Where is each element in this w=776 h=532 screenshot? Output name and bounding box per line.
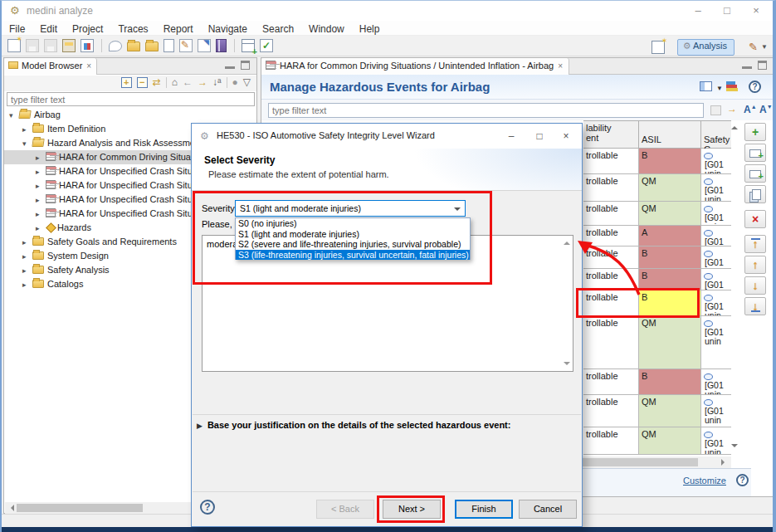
move-up-icon[interactable]: ↑ — [744, 256, 766, 274]
menu-item[interactable]: File — [2, 22, 32, 35]
table-row[interactable]: trollable QM [G01unin — [583, 427, 731, 455]
expand-all-icon[interactable]: + — [121, 77, 132, 88]
tree-expander-icon[interactable]: ▸ — [36, 222, 46, 236]
collapse-group-icon[interactable]: ● — [232, 76, 238, 88]
pencil-dropdown-icon[interactable]: ▼ — [761, 43, 768, 51]
tree-expander-icon[interactable]: ▾ — [22, 137, 32, 151]
controllability-cell[interactable]: trollable — [583, 395, 639, 427]
safety-goal-cell[interactable]: [G01unin — [701, 202, 731, 225]
tree-expander-icon[interactable]: ▸ — [22, 236, 32, 250]
chart-export-icon[interactable] — [726, 81, 739, 91]
separator[interactable] — [227, 77, 227, 88]
comment-icon[interactable] — [109, 41, 122, 51]
customize-help-icon[interactable]: ? — [736, 474, 749, 486]
safety-goal-cell[interactable]: [G01unin — [701, 316, 731, 368]
menu-item[interactable]: Search — [255, 22, 301, 35]
justification-expander[interactable]: ▶Base your justification on the details … — [197, 420, 510, 430]
asil-cell[interactable]: B — [639, 149, 701, 173]
delete-icon[interactable]: × — [744, 210, 766, 228]
tree-expander-icon[interactable]: ▸ — [22, 264, 32, 278]
panel-minimize-icon[interactable] — [225, 61, 235, 69]
panel-minimize-icon[interactable] — [742, 61, 752, 69]
menu-item[interactable]: Report — [156, 22, 201, 35]
table-row[interactable]: trollable QM [G01unin — [583, 316, 731, 369]
column-asil[interactable]: ASIL — [639, 121, 701, 149]
menu-item[interactable]: Traces — [110, 22, 155, 35]
scrollbar-thumb[interactable] — [17, 504, 143, 512]
sort-az-icon[interactable]: ↓ᵃ — [212, 76, 221, 88]
checklist-icon[interactable] — [260, 39, 273, 52]
save-all-icon[interactable] — [44, 39, 57, 52]
back-icon[interactable]: ← — [183, 76, 193, 88]
tree-expander-icon[interactable]: ▸ — [22, 250, 32, 264]
tree-expander-icon[interactable]: ▸ — [22, 278, 32, 292]
table-view-icon[interactable] — [700, 81, 712, 91]
table-row[interactable]: trollable QM [G01unin — [583, 202, 731, 226]
move-bottom-icon[interactable]: ↓ — [744, 297, 766, 315]
forward-icon[interactable]: → — [198, 76, 207, 88]
safety-goal-cell[interactable]: [G01unin — [701, 149, 731, 173]
home-icon[interactable]: ⌂ — [172, 76, 178, 88]
column-safety-goal[interactable]: Safety G — [701, 121, 731, 149]
scroll-right-icon[interactable] — [721, 459, 728, 466]
font-decrease-icon[interactable]: A▼ — [759, 104, 773, 115]
export-report-icon[interactable] — [81, 39, 94, 52]
controllability-cell[interactable]: trollable — [583, 149, 639, 173]
safety-goal-cell[interactable]: [G01unin — [701, 246, 731, 268]
menu-item[interactable]: Navigate — [201, 22, 255, 35]
panel-maximize-icon[interactable] — [758, 61, 767, 70]
safety-goal-cell[interactable]: [G01unin — [701, 269, 731, 290]
menu-item[interactable]: Window — [301, 22, 352, 35]
print-icon[interactable] — [62, 39, 76, 52]
menu-item[interactable]: Edit — [32, 22, 65, 35]
table-filter-input[interactable] — [268, 103, 704, 118]
view-dropdown-icon[interactable]: ▼ — [716, 85, 723, 92]
separator[interactable] — [234, 39, 235, 52]
table-row[interactable]: trollable QM [G01unin — [583, 174, 731, 202]
dialog-title-bar[interactable]: ⚙ HE530 - ISO Automotive Safety Integrit… — [192, 124, 582, 149]
safety-goal-cell[interactable]: [G01unin — [701, 427, 731, 454]
separator[interactable] — [101, 39, 102, 52]
new-icon[interactable] — [7, 39, 21, 52]
controllability-cell[interactable]: trollable — [583, 369, 639, 394]
controllability-cell[interactable]: trollable — [583, 316, 639, 368]
open-project-icon[interactable] — [127, 41, 140, 51]
table-row[interactable]: trollable B [G01unin — [583, 369, 731, 395]
tree-expander-icon[interactable]: ▸ — [36, 179, 46, 193]
open-recent-icon[interactable] — [145, 41, 159, 51]
add-column-icon[interactable] — [744, 164, 766, 183]
paste-page-icon[interactable] — [163, 39, 174, 52]
tree-expander-icon[interactable]: ▸ — [22, 123, 32, 137]
dialog-minimize-button[interactable]: – — [499, 129, 524, 144]
table-row[interactable]: trollable QM [G01unin — [583, 395, 731, 427]
asil-cell[interactable]: QM — [639, 395, 701, 427]
customize-link[interactable]: Customize — [683, 476, 726, 486]
textarea-scroll-up-icon[interactable] — [564, 238, 570, 245]
move-down-icon[interactable]: ↓ — [744, 276, 766, 295]
expander-triangle-icon[interactable]: ▶ — [197, 422, 203, 430]
move-top-icon[interactable]: ↑ — [744, 235, 766, 253]
collapse-all-icon[interactable]: − — [137, 77, 148, 88]
tab-close-icon[interactable]: × — [558, 61, 563, 71]
controllability-cell[interactable]: trollable — [583, 202, 639, 225]
tab-hara-editor[interactable]: HARA for Common Driving Situations / Uni… — [261, 58, 569, 75]
asil-cell[interactable]: QM — [639, 202, 701, 225]
tab-close-icon[interactable]: × — [86, 61, 91, 71]
menu-item[interactable]: Project — [65, 22, 110, 35]
controllability-cell[interactable]: trollable — [583, 427, 639, 454]
open-perspective-icon[interactable] — [652, 41, 665, 54]
table-add-icon[interactable] — [242, 39, 255, 52]
separator[interactable] — [166, 77, 167, 88]
safety-goal-cell[interactable]: [G01unin — [701, 369, 731, 394]
asil-cell[interactable]: B — [639, 369, 701, 394]
scroll-left-icon[interactable] — [7, 505, 14, 511]
menu-item[interactable]: Help — [352, 22, 388, 35]
table-row[interactable]: trollable B [G01unin — [583, 149, 731, 174]
cancel-button[interactable]: Cancel — [519, 500, 577, 519]
annotate-pencil-icon[interactable]: ✎ — [749, 41, 758, 53]
window-maximize-button[interactable]: □ — [715, 3, 739, 18]
save-icon[interactable] — [26, 39, 39, 52]
help-icon[interactable]: ? — [749, 81, 761, 93]
model-browser-filter-input[interactable] — [7, 92, 255, 106]
asil-cell[interactable]: QM — [639, 316, 701, 368]
